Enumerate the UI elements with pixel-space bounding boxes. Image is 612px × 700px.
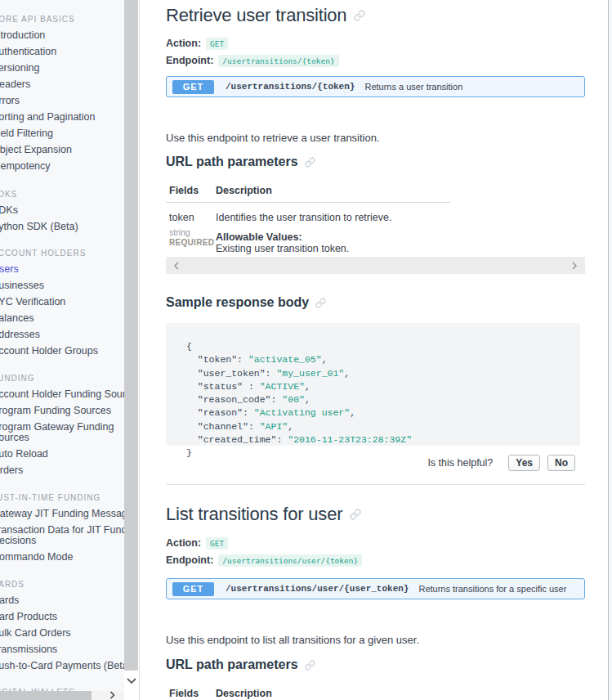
code-text: , [350,407,355,418]
sidebar-item-gateway-jit-funding-messages[interactable]: Gateway JIT Funding Messages [0,509,124,519]
code-value: "ACTIVE" [260,381,305,392]
sidebar-item-authentication[interactable]: Authentication [0,47,124,57]
sidebar-item-introduction[interactable]: Introduction [0,30,124,41]
sidebar-item-field-filtering[interactable]: Field Filtering [0,128,124,139]
sidebar-scroll-right-button[interactable] [105,690,119,700]
code-text: , [322,354,328,365]
feedback-yes-button[interactable]: Yes [508,455,540,471]
sidebar-item-push-to-card-payments-beta[interactable]: Push-to-Card Payments (Beta) [0,661,124,671]
endpoint-path-chip: /usertransitions/{token} [218,55,338,67]
sidebar-horizontal-scrollbar-thumb[interactable] [0,691,92,700]
sidebar-item-kyc-verification[interactable]: KYC Verification [0,297,124,307]
field-required-badge: REQUIRED [169,238,216,248]
code-value: "2016-11-23T23:28:39Z" [288,434,412,445]
sidebar-item-program-gateway-funding-sources[interactable]: Program Gateway Funding Sources [0,422,124,443]
col-description: Description [216,688,272,699]
heading-text: Sample response body [166,294,309,311]
heading-text: URL path parameters [166,154,298,170]
sidebar-item-card-products[interactable]: Card Products [0,612,124,622]
endpoint-path-chip: /usertransitions/user/{token} [218,554,362,567]
sidebar-item-account-holder-funding-sources[interactable]: Account Holder Funding Sources [0,389,124,400]
endpoint-label: Endpoint: [166,554,213,566]
section-title-list-transitions-for-user: List transitions for user [166,503,585,526]
endpoint-summary: Returns transitions for a specific user [418,584,566,594]
sidebar-item-addresses[interactable]: Addresses [0,330,124,340]
sidebar-item-errors[interactable]: Errors [0,96,124,106]
sidebar-item-transmissions[interactable]: Transmissions [0,644,124,655]
sidebar-item-sorting-and-pagination[interactable]: Sorting and Pagination [0,112,124,123]
anchor-link-icon[interactable] [354,10,365,21]
feedback-no-button[interactable]: No [547,455,575,471]
sidebar-item-users[interactable]: Users [0,264,124,275]
action-label: Action: [166,38,201,49]
sidebar-scroll-down-button[interactable] [123,672,139,689]
code-key: "channel": [186,421,260,432]
sidebar-header-cards: CARDS [0,579,124,590]
code-line: "reason_code": "00", [186,393,580,406]
code-line: { [186,340,580,353]
sidebar-item-orders[interactable]: Orders [0,465,124,476]
code-text: { [186,341,192,352]
allowable-values-label: Allowable Values: [216,231,391,243]
action-method-chip: GET [206,537,228,550]
anchor-link-icon[interactable] [350,509,361,520]
sample-response-heading: Sample response body [166,294,585,311]
sidebar-header-core-api-basics: CORE API BASICS [0,14,124,25]
code-text: , [288,421,293,432]
sidebar-item-idempotency[interactable]: Idempotency [0,161,124,172]
sidebar-divider [139,0,140,700]
sidebar-item-python-sdk-beta[interactable]: Python SDK (Beta) [0,222,124,232]
sidebar-item-transaction-data-for-jit-funding-decisions[interactable]: Transaction Data for JIT Funding Decisio… [0,525,124,546]
code-value: "my_user_01" [276,368,344,379]
sidebar-item-cards[interactable]: Cards [0,595,124,606]
action-row: Action: GET [166,536,585,550]
sidebar-vertical-scrollbar[interactable] [124,0,138,671]
page-root: CORE API BASICS Introduction Authenticat… [0,0,612,700]
code-line: "user_token": "my_user_01", [186,367,580,380]
sidebar-item-program-funding-sources[interactable]: Program Funding Sources [0,406,124,416]
sidebar-item-balances[interactable]: Balances [0,313,124,324]
endpoint-row: Endpoint: /usertransitions/{token} [166,53,585,68]
table-horizontal-scrollbar[interactable] [166,257,585,274]
sidebar-item-businesses[interactable]: Businesses [0,280,124,291]
sidebar-item-sdks[interactable]: SDKs [0,205,124,216]
sidebar-item-commando-mode[interactable]: Commando Mode [0,552,124,563]
get-method-badge[interactable]: GET [172,80,214,94]
page-title: List transitions for user [166,503,342,526]
sidebar-item-object-expansion[interactable]: Object Expansion [0,145,124,155]
sidebar-header-sdks: SDKS [0,189,124,200]
action-row: Action: GET [166,36,585,51]
chevron-right-icon[interactable] [570,261,578,271]
sidebar-item-auto-reload[interactable]: Auto Reload [0,449,124,460]
code-line: "created_time": "2016-11-23T23:28:39Z" [186,433,580,446]
section-description: Use this endpoint to retrieve a user tra… [166,132,585,145]
description-cell: Identifies the user transition to retrie… [216,212,391,254]
col-fields: Fields [169,185,216,196]
params-table-header: Fields Description [166,185,585,196]
heading-text: URL path parameters [166,657,298,673]
code-line: "channel": "API", [186,420,580,433]
sidebar-section-just-in-time-funding: JUST-IN-TIME FUNDING Gateway JIT Funding… [0,492,124,563]
code-key: "status" : [186,381,260,392]
endpoint-path: /usertransitions/{token} [226,82,355,92]
code-line: "reason": "Activating user", [186,406,580,420]
anchor-link-icon[interactable] [315,298,326,308]
section-divider [166,484,585,485]
right-panel-edge [609,0,612,700]
code-key: "reason": [186,407,254,418]
sidebar-section-sdks: SDKS SDKs Python SDK (Beta) [0,189,124,232]
field-description: Identifies the user transition to retrie… [216,212,391,223]
field-type: string [169,227,216,237]
url-path-parameters-heading: URL path parameters [166,657,585,673]
sidebar-item-headers[interactable]: Headers [0,79,124,90]
get-method-badge[interactable]: GET [172,582,214,596]
feedback-row: Is this helpful? Yes No [166,455,585,471]
anchor-link-icon[interactable] [305,660,315,671]
col-description: Description [216,185,272,196]
code-key: "reason_code": [186,394,282,405]
anchor-link-icon[interactable] [305,157,315,168]
sidebar-item-bulk-card-orders[interactable]: Bulk Card Orders [0,628,124,639]
sidebar-item-account-holder-groups[interactable]: Account Holder Groups [0,346,124,357]
chevron-left-icon[interactable] [172,261,181,271]
sidebar-item-versioning[interactable]: Versioning [0,63,124,74]
